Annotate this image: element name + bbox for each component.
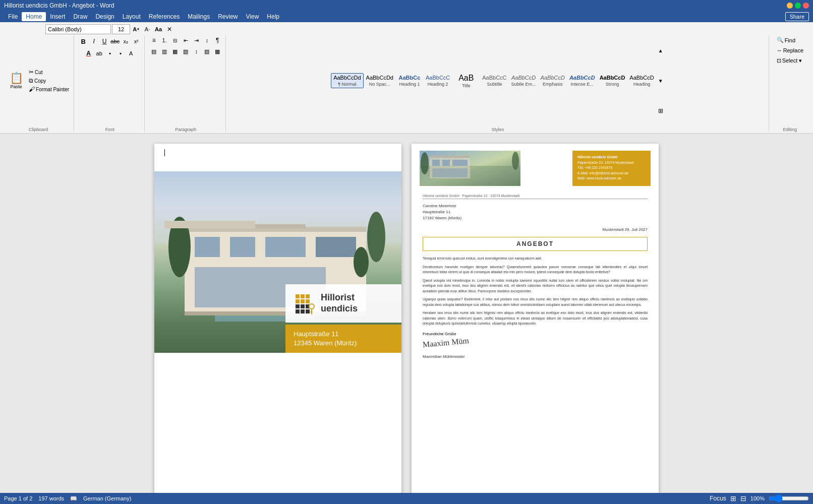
superscript-button[interactable]: x² (131, 36, 141, 46)
menu-references[interactable]: References (145, 12, 184, 21)
highlight-button[interactable]: ab (94, 48, 104, 58)
menu-draw[interactable]: Draw (69, 12, 91, 21)
menu-mailings[interactable]: Mailings (184, 12, 214, 21)
cut-icon: ✂ (29, 69, 34, 76)
cut-button[interactable]: ✂ Cut (27, 68, 71, 76)
style-intense-em[interactable]: AaBbCcD Intense E... (567, 74, 597, 87)
border-button[interactable]: ▦ (212, 46, 222, 56)
svg-rect-4 (265, 237, 306, 257)
styles-more[interactable]: ⊞ (657, 96, 665, 126)
style-emphasis[interactable]: AaBbCcD Emphasis (539, 74, 567, 87)
style-no-spacing[interactable]: AaBbCcDd No Spac... (364, 74, 395, 87)
multilevel-button[interactable]: ⊟ (170, 35, 180, 45)
clipboard-label: Clipboard (6, 126, 71, 132)
font-size-input[interactable] (112, 24, 130, 34)
align-center-button[interactable]: ▥ (159, 46, 169, 56)
align-left-button[interactable]: ▤ (149, 46, 159, 56)
styles-scroll-up[interactable]: ▲ (657, 35, 665, 66)
style-normal[interactable]: AaBbCcDd ¶ Normal (331, 73, 363, 88)
sender-text: Hillorist uendicis GmbH · Papierstraße 1… (423, 194, 519, 198)
clear-format-btn[interactable]: ✕ (164, 24, 175, 34)
focus-button[interactable]: Focus (710, 495, 726, 502)
title-bar: Hillorist uendicis GmbH - Angebot - Word (0, 0, 813, 11)
svg-point-37 (421, 152, 429, 174)
svg-rect-19 (306, 299, 310, 303)
style-title[interactable]: AaB Title (452, 72, 480, 89)
change-case-btn[interactable]: Aa (153, 24, 163, 34)
sort-button[interactable]: ↕ (202, 35, 212, 45)
style-heading-generic-preview: AaBbCcD (629, 75, 654, 81)
maximize-btn[interactable] (795, 3, 801, 9)
menu-review[interactable]: Review (214, 12, 242, 21)
paste-button[interactable]: 📋 Paste (6, 72, 26, 90)
window-controls (787, 3, 809, 9)
show-paragraph-button[interactable]: ¶ (212, 35, 222, 45)
line-spacing-button[interactable]: ↕ (191, 46, 201, 56)
font-shrink-btn[interactable]: A- (142, 24, 152, 34)
bullets-button[interactable]: ≡ (149, 35, 159, 45)
font-name-input[interactable] (45, 24, 111, 34)
bold-button[interactable]: B (78, 36, 88, 46)
italic-button[interactable]: I (89, 36, 99, 46)
style-subtle-em-label: Subtle Em... (511, 82, 536, 87)
close-btn[interactable] (803, 3, 809, 9)
subscript-button[interactable]: x₂ (121, 36, 131, 46)
svg-point-26 (309, 304, 314, 309)
menu-design[interactable]: Design (91, 12, 118, 21)
underline-button[interactable]: U (99, 36, 109, 46)
address-text: Hauptstraße 11 12345 Waren (Müritz) (294, 330, 393, 348)
style-heading1[interactable]: AaBbCc Heading 1 (396, 74, 423, 87)
menu-layout[interactable]: Layout (119, 12, 145, 21)
align-right-button[interactable]: ▦ (170, 46, 180, 56)
styles-scroll-down[interactable]: ▼ (657, 66, 665, 96)
font-grow-btn[interactable]: A+ (131, 24, 141, 34)
company-icon-svg (294, 292, 316, 314)
style-strong[interactable]: AaBbCcD Strong (598, 74, 627, 87)
menu-file[interactable]: File (4, 12, 22, 21)
font-color-arrow[interactable]: ▾ (105, 48, 115, 58)
format-painter-button[interactable]: 🖌 Format Painter (27, 85, 71, 93)
strikethrough-button[interactable]: abc (110, 36, 120, 46)
increase-indent-button[interactable]: ⇥ (191, 35, 201, 45)
status-bar-right: Focus ⊞ ⊟ 100% (710, 494, 809, 502)
highlight-arrow[interactable]: ▾ (115, 48, 126, 58)
signer-name: Maximilian Mühlmeister (423, 354, 648, 359)
style-normal-label: ¶ Normal (338, 82, 356, 87)
app-title: Hillorist uendicis GmbH - Angebot - Word (4, 2, 114, 9)
find-icon: 🔍 (777, 37, 784, 43)
menu-home[interactable]: Home (22, 12, 46, 21)
print-layout-btn[interactable]: ⊞ (730, 494, 736, 502)
style-heading-generic[interactable]: AaBbCcD Heading (627, 74, 656, 87)
font-color-button[interactable]: A (84, 48, 94, 58)
shading-button[interactable]: ▨ (202, 46, 212, 56)
paste-label: Paste (10, 84, 22, 89)
share-button[interactable]: Share (785, 12, 809, 21)
styles-label: Styles (230, 126, 766, 132)
format-painter-icon: 🖌 (29, 86, 35, 93)
style-heading2[interactable]: AaBbCcC Heading 2 (424, 74, 452, 87)
find-button[interactable]: 🔍 Find (773, 35, 807, 45)
select-button[interactable]: ⊡ Select ▾ (773, 56, 807, 66)
svg-rect-34 (442, 160, 450, 166)
style-subtitle[interactable]: AaBbCcC Subtitle (480, 74, 508, 87)
menu-view[interactable]: View (242, 12, 263, 21)
numbering-button[interactable]: 1. (159, 35, 169, 45)
decrease-indent-button[interactable]: ⇤ (181, 35, 191, 45)
editing-content: 🔍 Find ↔ Replace ⊡ Select ▾ (773, 35, 807, 126)
paste-icon: 📋 (10, 73, 23, 84)
menu-insert[interactable]: Insert (46, 12, 69, 21)
copy-button[interactable]: ⧉ Copy (27, 77, 71, 85)
ribbon: A+ A- Aa ✕ 📋 Paste ✂ Cut ⧉ (0, 22, 813, 134)
style-subtitle-label: Subtitle (487, 82, 502, 87)
style-subtle-em[interactable]: AaBbCcD Subtle Em... (509, 74, 538, 87)
zoom-slider[interactable] (769, 494, 809, 502)
text-effects[interactable]: A (126, 48, 136, 58)
minimize-btn[interactable] (787, 3, 793, 9)
word-count: 197 words (38, 495, 64, 501)
clipboard-group: 📋 Paste ✂ Cut ⧉ Copy 🖌 Format Painter (3, 35, 74, 132)
justify-button[interactable]: ▧ (181, 46, 191, 56)
web-layout-btn[interactable]: ⊟ (740, 494, 746, 502)
style-emphasis-label: Emphasis (543, 82, 563, 87)
menu-help[interactable]: Help (263, 12, 283, 21)
replace-button[interactable]: ↔ Replace (773, 46, 807, 55)
